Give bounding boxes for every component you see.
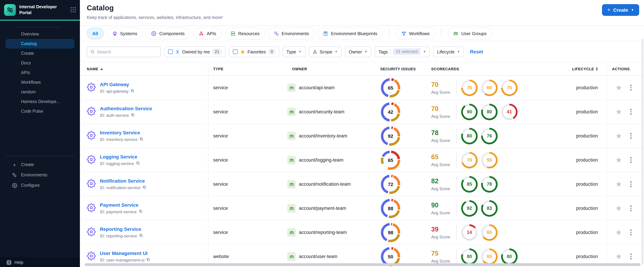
copy-icon[interactable] (139, 234, 143, 238)
scorecard-ring[interactable]: 41 (501, 104, 518, 120)
security-issues-donut[interactable]: 72 (381, 174, 400, 194)
entity-name-link[interactable]: Authentication Service (100, 106, 152, 111)
help-label[interactable]: Help (14, 260, 23, 265)
sidebar-item-create[interactable]: +Create (0, 160, 80, 170)
entity-name-link[interactable]: Payment Service (100, 202, 142, 208)
owner-name[interactable]: account/security-team (299, 109, 344, 114)
column-header-name[interactable]: NAME (80, 62, 208, 76)
tags-dropdown[interactable]: Tags 01 selected ▼ (375, 46, 430, 57)
create-button[interactable]: + Create ▼ (602, 4, 639, 16)
vertical-scrollbar[interactable] (642, 38, 643, 264)
security-issues-donut[interactable]: 65 (381, 150, 400, 170)
scorecard-ring[interactable]: 55 (481, 152, 498, 168)
favorites-checkbox[interactable] (233, 49, 238, 54)
favorites-filter[interactable]: Favorites 0 (229, 46, 279, 57)
favorite-star-button[interactable] (616, 84, 622, 91)
tab-user-groups[interactable]: User Groups (448, 28, 492, 39)
entity-name-link[interactable]: Logging Service (100, 154, 140, 160)
copy-icon[interactable] (136, 161, 140, 166)
more-actions-button[interactable] (629, 84, 633, 92)
security-issues-donut[interactable]: 92 (381, 126, 400, 146)
lifecycle-dropdown[interactable]: Lifecycle ▼ (433, 46, 464, 57)
security-issues-donut[interactable]: 50 (381, 247, 400, 266)
scorecard-ring[interactable]: 75 (461, 80, 478, 96)
more-actions-button[interactable] (629, 228, 633, 237)
scorecard-ring[interactable]: 65 (481, 224, 498, 241)
reset-filters-button[interactable]: Reset (470, 49, 483, 54)
owner-name[interactable]: account/user-team (299, 254, 338, 259)
type-dropdown[interactable]: Type ▼ (282, 46, 305, 57)
sidebar-item-apis[interactable]: APIs (6, 68, 74, 78)
tab-apis[interactable]: APIs (193, 28, 222, 39)
horizontal-scrollbar[interactable] (85, 263, 640, 266)
more-actions-button[interactable] (629, 180, 633, 188)
sidebar-item-random[interactable]: random (6, 87, 74, 97)
owner-name[interactable]: account/inventory-team (299, 133, 347, 138)
scorecard-ring[interactable]: 76 (481, 128, 498, 144)
scorecard-ring[interactable]: 80 (481, 104, 498, 120)
owner-name[interactable]: account/api-team (299, 85, 334, 90)
more-actions-button[interactable] (629, 132, 633, 140)
copy-icon[interactable] (142, 185, 146, 190)
scorecard-ring[interactable]: 60 (481, 80, 498, 96)
scorecard-ring[interactable]: 80 (501, 248, 518, 265)
tab-resources[interactable]: Resources (225, 28, 265, 39)
favorite-star-button[interactable] (616, 205, 622, 212)
favorite-star-button[interactable] (616, 181, 622, 188)
scorecard-ring[interactable]: 75 (501, 80, 518, 96)
favorite-star-button[interactable] (616, 157, 622, 163)
owner-name[interactable]: account/logging-team (299, 158, 343, 162)
more-actions-button[interactable] (629, 108, 633, 116)
copy-icon[interactable] (138, 210, 142, 214)
owner-name[interactable]: account/payment-team (299, 206, 346, 211)
scorecard-ring[interactable]: 70 (461, 152, 478, 168)
tab-systems[interactable]: Systems (106, 28, 143, 39)
sidebar-item-overview[interactable]: Overview (6, 29, 74, 39)
security-issues-donut[interactable]: 98 (381, 223, 400, 242)
scorecard-ring[interactable]: 14 (461, 224, 478, 241)
favorite-star-button[interactable] (616, 229, 622, 236)
entity-name-link[interactable]: Reporting Service (100, 226, 143, 232)
entity-name-link[interactable]: Notification Service (100, 178, 146, 184)
entity-name-link[interactable]: User Management UI (100, 250, 150, 256)
owner-name[interactable]: account/notification-team (299, 182, 350, 187)
sidebar-item-code-pulse[interactable]: Code Pulse (6, 106, 74, 116)
more-actions-button[interactable] (629, 156, 633, 164)
copy-icon[interactable] (131, 89, 134, 94)
sidebar-item-harness-develope[interactable]: Harness Develope... (6, 97, 74, 106)
security-issues-donut[interactable]: 88 (381, 198, 400, 218)
entity-name-link[interactable]: API Gateway (100, 82, 134, 87)
tab-components[interactable]: Components (146, 28, 190, 39)
scorecard-ring[interactable]: 90 (461, 104, 478, 120)
tab-environment-blueprints[interactable]: Environment Blueprints (318, 28, 383, 39)
search-input[interactable] (97, 49, 158, 54)
column-header-lifecycle[interactable]: LIFECYCLE (538, 62, 607, 76)
scorecard-ring[interactable]: 92 (461, 200, 478, 216)
tab-all[interactable]: All (87, 28, 104, 39)
app-grid-icon[interactable] (70, 7, 76, 12)
favorite-star-button[interactable] (616, 253, 622, 260)
copy-icon[interactable] (146, 258, 150, 262)
more-actions-button[interactable] (629, 204, 633, 212)
security-issues-donut[interactable]: 42 (381, 102, 400, 122)
owner-dropdown[interactable]: Owner ▼ (345, 46, 371, 57)
scorecard-ring[interactable]: 78 (481, 176, 498, 192)
entity-name-link[interactable]: Inventory Service (100, 130, 144, 136)
owned-by-me-checkbox[interactable] (168, 49, 173, 54)
scorecard-ring[interactable]: 65 (481, 248, 498, 265)
sidebar-item-environments[interactable]: Environments (0, 170, 80, 180)
favorite-star-button[interactable] (616, 133, 622, 139)
owned-by-me-filter[interactable]: Owned by me 21 (164, 46, 226, 57)
tab-workflows[interactable]: Workflows (396, 28, 435, 39)
scorecard-ring[interactable]: 80 (461, 128, 478, 144)
copy-icon[interactable] (131, 113, 135, 118)
sidebar-item-workflows[interactable]: Workflows (6, 78, 74, 87)
sidebar-item-configure[interactable]: Configure (0, 180, 80, 190)
security-issues-donut[interactable]: 65 (381, 78, 400, 97)
sidebar-item-docs[interactable]: Docs (6, 58, 74, 68)
sidebar-item-create[interactable]: Create (6, 48, 74, 58)
tab-environments[interactable]: Environments (268, 28, 314, 39)
scope-dropdown[interactable]: Scope ▼ (309, 46, 342, 57)
scorecard-ring[interactable]: 85 (461, 176, 478, 192)
owner-name[interactable]: account/reporting-team (299, 230, 347, 235)
